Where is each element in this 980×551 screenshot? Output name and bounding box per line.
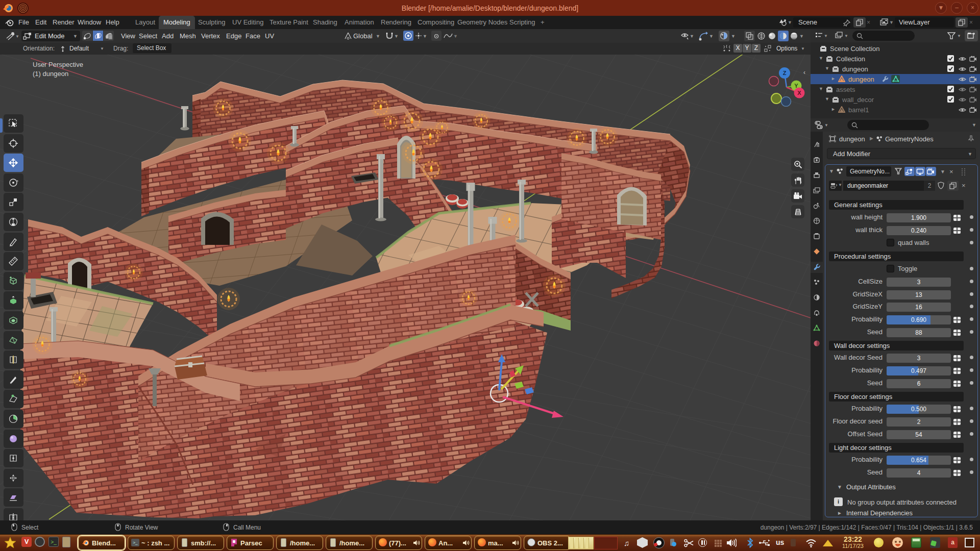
svg-text:X: X <box>797 90 801 96</box>
svg-text:Z: Z <box>783 70 787 76</box>
